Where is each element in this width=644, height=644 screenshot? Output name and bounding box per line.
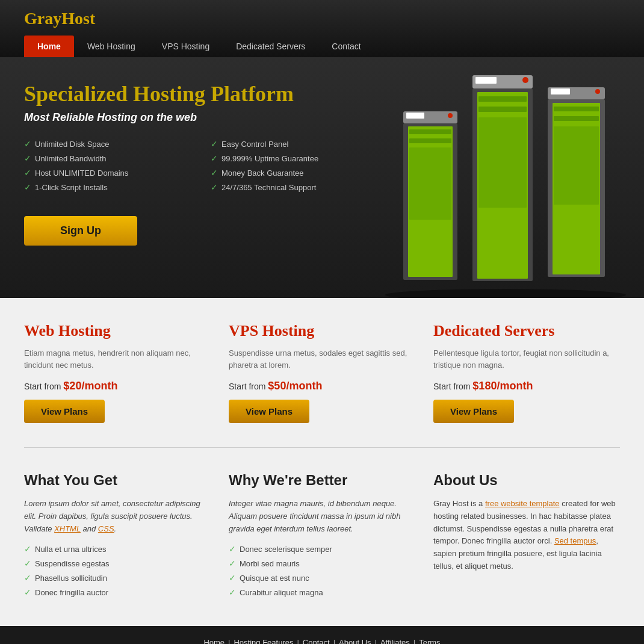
vps-hosting-price: $50/month xyxy=(268,380,322,392)
check-icon-3: ✓ xyxy=(24,168,31,178)
what-you-get-card: What You Get Lorem ipsum dolor sit amet,… xyxy=(24,472,211,602)
about-us-card: About Us Gray Host is a free website tem… xyxy=(433,472,620,602)
about-us-title: About Us xyxy=(433,472,620,489)
vps-hosting-title: VPS Hosting xyxy=(229,322,415,340)
svg-point-2 xyxy=(448,113,453,118)
svg-rect-7 xyxy=(409,147,451,220)
nav: Home Web Hosting VPS Hosting Dedicated S… xyxy=(24,36,620,57)
footer-links: Home | Hosting Features | Contact | Abou… xyxy=(24,638,620,644)
check-icon: ✓ xyxy=(229,573,236,583)
list-item: ✓Donec fringilla auctor xyxy=(24,587,211,597)
svg-rect-6 xyxy=(409,138,451,143)
feature-6: ✓ 99.999% Uptime Guarantee xyxy=(211,153,373,163)
nav-dedicated-servers[interactable]: Dedicated Servers xyxy=(223,36,318,57)
about-us-text: Gray Host is a free website template cre… xyxy=(433,498,620,573)
check-icon: ✓ xyxy=(229,544,236,554)
list-item: ✓Morbi sed mauris xyxy=(229,559,415,568)
check-icon-6: ✓ xyxy=(211,153,218,163)
info-section: What You Get Lorem ipsum dolor sit amet,… xyxy=(0,448,644,626)
feature-2: ✓ Unlimited Bandwidth xyxy=(24,153,187,163)
service-web-hosting: Web Hosting Etiam magna metus, hendrerit… xyxy=(24,322,211,423)
nav-contact[interactable]: Contact xyxy=(318,36,374,57)
services-section: Web Hosting Etiam magna metus, hendrerit… xyxy=(0,298,644,447)
footer-link-contact[interactable]: Contact xyxy=(303,638,330,644)
why-better-title: Why We're Better xyxy=(229,472,415,489)
header: GrayHost Home Web Hosting VPS Hosting De… xyxy=(0,0,644,57)
feature-1: ✓ Unlimited Disk Space xyxy=(24,139,187,149)
service-dedicated-servers: Dedicated Servers Pellentesque ligula to… xyxy=(433,322,620,423)
web-hosting-view-plans-button[interactable]: View Plans xyxy=(24,400,105,423)
footer-link-affiliates[interactable]: Affiliates xyxy=(380,638,410,644)
what-you-get-desc: Lorem ipsum dolor sit amet, consectetur … xyxy=(24,498,211,535)
svg-rect-15 xyxy=(478,117,527,208)
svg-rect-22 xyxy=(554,116,599,121)
svg-point-10 xyxy=(522,77,528,83)
svg-rect-13 xyxy=(478,96,527,102)
check-icon-4: ✓ xyxy=(24,182,31,192)
check-icon-2: ✓ xyxy=(24,153,31,163)
svg-rect-14 xyxy=(478,107,527,112)
svg-rect-21 xyxy=(554,107,599,111)
dedicated-servers-price-label: Start from $180/month xyxy=(433,380,620,392)
list-item: ✓Quisque at est nunc xyxy=(229,573,415,583)
feature-4: ✓ 1-Click Script Installs xyxy=(24,182,187,192)
dedicated-servers-view-plans-button[interactable]: View Plans xyxy=(433,400,514,423)
check-icon: ✓ xyxy=(24,559,31,568)
list-item: ✓Nulla et urna ultrices xyxy=(24,544,211,554)
svg-rect-17 xyxy=(551,88,570,94)
svg-rect-5 xyxy=(409,129,451,134)
list-item: ✓Phasellus sollicitudin xyxy=(24,573,211,583)
hero-subtitle: Most Reliable Hosting on the web xyxy=(24,111,373,124)
logo: GrayHost xyxy=(24,9,620,36)
web-hosting-title: Web Hosting xyxy=(24,322,211,340)
nav-web-hosting[interactable]: Web Hosting xyxy=(74,36,149,57)
list-item: ✓Donec scelerisque semper xyxy=(229,544,415,554)
signup-button[interactable]: Sign Up xyxy=(24,216,137,246)
feature-3: ✓ Host UNLIMITED Domains xyxy=(24,168,187,178)
check-icon-8: ✓ xyxy=(211,182,218,192)
svg-rect-1 xyxy=(406,113,424,119)
css-link[interactable]: CSS xyxy=(98,524,114,533)
svg-point-24 xyxy=(385,289,626,298)
footer: Home | Hosting Features | Contact | Abou… xyxy=(0,626,644,644)
web-hosting-price-label: Start from $20/month xyxy=(24,380,211,392)
check-icon: ✓ xyxy=(229,559,236,568)
check-icon: ✓ xyxy=(229,587,236,597)
list-item: ✓Curabitur aliquet magna xyxy=(229,587,415,597)
why-better-card: Why We're Better Integer vitae magna mau… xyxy=(229,472,415,602)
features-grid: ✓ Unlimited Disk Space ✓ Easy Control Pa… xyxy=(24,139,373,192)
footer-link-home[interactable]: Home xyxy=(203,638,224,644)
sed-tempus-link[interactable]: Sed tempus xyxy=(554,536,596,545)
servers-svg xyxy=(367,63,644,298)
hero-section: Specialized Hosting Platform Most Reliab… xyxy=(0,57,644,298)
svg-rect-9 xyxy=(475,77,497,84)
footer-link-terms[interactable]: Terms xyxy=(419,638,440,644)
svg-rect-23 xyxy=(554,126,599,205)
list-item: ✓Suspendisse egestas xyxy=(24,559,211,568)
dedicated-servers-price: $180/month xyxy=(472,380,533,392)
svg-point-18 xyxy=(595,89,600,94)
check-icon: ✓ xyxy=(24,544,31,554)
footer-link-about[interactable]: About Us xyxy=(339,638,371,644)
xhtml-link[interactable]: XHTML xyxy=(54,524,81,533)
footer-link-hosting-features[interactable]: Hosting Features xyxy=(234,638,293,644)
web-hosting-price: $20/month xyxy=(63,380,117,392)
vps-hosting-desc: Suspendisse urna metus, sodales eget sag… xyxy=(229,347,415,371)
check-icon: ✓ xyxy=(24,587,31,597)
dedicated-servers-title: Dedicated Servers xyxy=(433,322,620,340)
hero-title: Specialized Hosting Platform xyxy=(24,81,373,107)
servers-illustration xyxy=(367,57,644,298)
hero-text: Specialized Hosting Platform Most Reliab… xyxy=(24,81,373,246)
free-template-link[interactable]: free website template xyxy=(485,499,560,508)
feature-5: ✓ Easy Control Panel xyxy=(211,139,373,149)
vps-hosting-price-label: Start from $50/month xyxy=(229,380,415,392)
why-better-desc: Integer vitae magna mauris, id bibendum … xyxy=(229,498,415,535)
nav-home[interactable]: Home xyxy=(24,36,74,57)
what-you-get-title: What You Get xyxy=(24,472,211,489)
check-icon-7: ✓ xyxy=(211,168,218,178)
nav-vps-hosting[interactable]: VPS Hosting xyxy=(149,36,223,57)
feature-7: ✓ Money Back Guarantee xyxy=(211,168,373,178)
vps-hosting-view-plans-button[interactable]: View Plans xyxy=(229,400,309,423)
service-vps-hosting: VPS Hosting Suspendisse urna metus, soda… xyxy=(229,322,415,423)
dedicated-servers-desc: Pellentesque ligula tortor, feugiat non … xyxy=(433,347,620,371)
